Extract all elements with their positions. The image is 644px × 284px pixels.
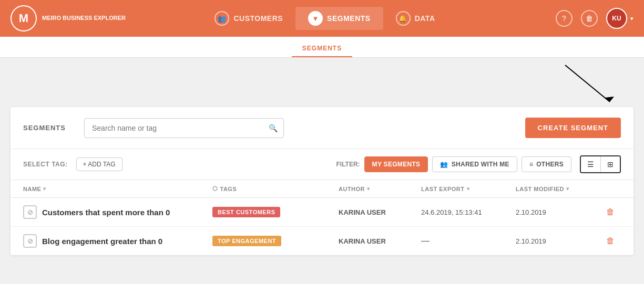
tag-filter-row: SELECT TAG: + ADD TAG FILTER: MY SEGMENT… bbox=[11, 149, 633, 180]
card-top-row: SEGMENTS 🔍 CREATE SEGMENT bbox=[11, 107, 633, 149]
user-menu[interactable]: KU ▾ bbox=[606, 8, 633, 29]
select-tag-label: SELECT TAG: bbox=[23, 161, 68, 168]
tag-badge-1: BEST CUSTOMERS bbox=[212, 207, 280, 217]
user-chevron-icon: ▾ bbox=[630, 15, 633, 22]
delete-row-1[interactable]: 🗑 bbox=[600, 207, 621, 217]
row-export-2: — bbox=[421, 236, 516, 246]
nav-item-data[interactable]: 🔔 DATA bbox=[383, 7, 448, 30]
view-grid-button[interactable]: ⊞ bbox=[601, 156, 620, 172]
customers-nav-icon: 👥 bbox=[214, 11, 229, 26]
svg-line-0 bbox=[565, 65, 610, 102]
row-name-1: ⊘ Customers that spent more than 0 bbox=[23, 205, 212, 219]
tab-indicator bbox=[318, 33, 326, 37]
help-button[interactable]: ? bbox=[556, 10, 573, 27]
main-nav: 👥 CUSTOMERS ▼ SEGMENTS 🔔 DATA bbox=[94, 7, 556, 30]
nav-label-data: DATA bbox=[415, 14, 435, 23]
nav-label-customers: CUSTOMERS bbox=[233, 14, 283, 23]
table-row: ⊘ Customers that spent more than 0 BEST … bbox=[11, 198, 633, 227]
table-row: ⊘ Blog engagement greater than 0 TOP ENG… bbox=[11, 227, 633, 255]
content-card: SEGMENTS 🔍 CREATE SEGMENT SELECT TAG: + … bbox=[11, 107, 633, 255]
row-author-2: KARINA USER bbox=[339, 237, 421, 245]
row-author-1: KARINA USER bbox=[339, 208, 421, 216]
segments-tab[interactable]: SEGMENTS bbox=[292, 40, 352, 57]
nav-item-segments[interactable]: ▼ SEGMENTS bbox=[295, 7, 383, 30]
tag-badge-2: TOP ENGAGEMENT bbox=[212, 236, 281, 246]
view-toggle: ☰ ⊞ bbox=[580, 155, 621, 173]
create-segment-button[interactable]: CREATE SEGMENT bbox=[525, 118, 621, 138]
row-tag-1: BEST CUSTOMERS bbox=[212, 207, 339, 217]
data-nav-icon: 🔔 bbox=[396, 11, 411, 26]
trash-button[interactable]: 🗑 bbox=[581, 10, 598, 27]
user-avatar: KU bbox=[606, 8, 627, 29]
col-last-export[interactable]: LAST EXPORT ▾ bbox=[421, 185, 516, 192]
export-sort-icon: ▾ bbox=[467, 186, 470, 192]
col-name[interactable]: NAME ▾ bbox=[23, 185, 212, 192]
others-filter[interactable]: ≡ OTHERS bbox=[522, 156, 571, 172]
others-icon: ≡ bbox=[529, 161, 533, 168]
sub-header: SEGMENTS bbox=[0, 37, 644, 58]
row-modified-2: 2.10.2019 bbox=[516, 237, 600, 245]
row-modified-1: 2.10.2019 bbox=[516, 208, 600, 216]
nav-item-customers[interactable]: 👥 CUSTOMERS bbox=[202, 7, 295, 30]
col-author[interactable]: AUTHOR ▾ bbox=[339, 185, 421, 192]
main-header: M MEIRO BUSINESS EXPLORER 👥 CUSTOMERS ▼ … bbox=[0, 0, 644, 37]
search-icon: 🔍 bbox=[269, 124, 278, 132]
shared-with-me-filter[interactable]: 👥 SHARED WITH ME bbox=[432, 156, 517, 172]
my-segments-filter[interactable]: MY SEGMENTS bbox=[364, 156, 428, 172]
table-header: NAME ▾ ⬡ TAGS AUTHOR ▾ LAST EXPORT ▾ LAS… bbox=[11, 180, 633, 198]
logo-icon: M bbox=[11, 5, 37, 31]
col-tags: ⬡ TAGS bbox=[212, 185, 339, 192]
add-tag-button[interactable]: + ADD TAG bbox=[76, 157, 122, 171]
tag-col-icon: ⬡ bbox=[212, 185, 218, 192]
row-export-1: 24.6.2019, 15:13:41 bbox=[421, 208, 516, 216]
row-segment-icon-2: ⊘ bbox=[23, 234, 37, 248]
delete-row-2[interactable]: 🗑 bbox=[600, 236, 621, 246]
nav-label-segments: SEGMENTS bbox=[327, 14, 371, 23]
search-box: 🔍 bbox=[84, 118, 284, 138]
row-segment-icon-1: ⊘ bbox=[23, 205, 37, 219]
main-area: SEGMENTS 🔍 CREATE SEGMENT SELECT TAG: + … bbox=[0, 58, 644, 278]
header-right: ? 🗑 KU ▾ bbox=[556, 8, 633, 29]
arrow-annotation bbox=[11, 70, 633, 107]
name-sort-icon: ▾ bbox=[43, 186, 46, 192]
col-last-modified[interactable]: LAST MODIFIED ▾ bbox=[516, 185, 600, 192]
view-list-button[interactable]: ☰ bbox=[581, 156, 601, 172]
row-name-2: ⊘ Blog engagement greater than 0 bbox=[23, 234, 212, 248]
search-input[interactable] bbox=[84, 118, 284, 138]
author-sort-icon: ▾ bbox=[367, 186, 370, 192]
filter-area: FILTER: MY SEGMENTS 👥 SHARED WITH ME ≡ O… bbox=[336, 155, 621, 173]
row-tag-2: TOP ENGAGEMENT bbox=[212, 236, 339, 246]
filter-label: FILTER: bbox=[336, 161, 360, 168]
shared-icon: 👥 bbox=[440, 161, 448, 168]
modified-sort-icon: ▾ bbox=[566, 186, 569, 192]
segments-nav-icon: ▼ bbox=[308, 11, 323, 26]
arrow-svg bbox=[513, 60, 628, 112]
card-title: SEGMENTS bbox=[23, 124, 76, 132]
